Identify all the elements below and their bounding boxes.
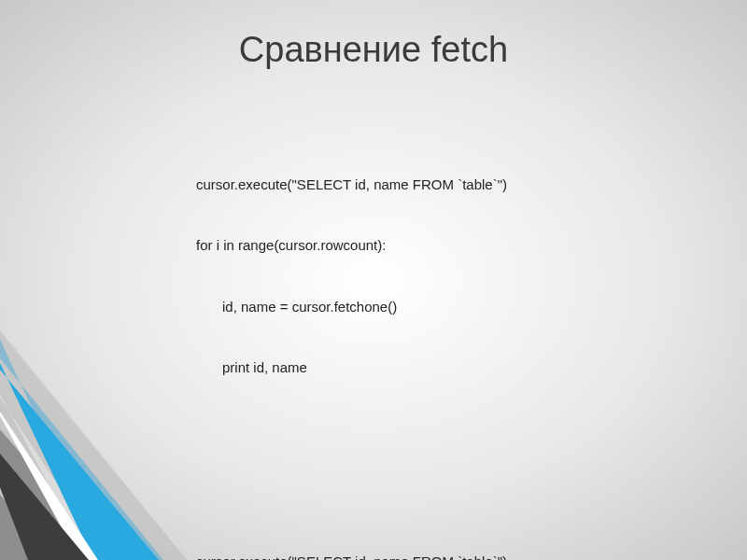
code-line: print id, name (196, 357, 682, 378)
code-area: cursor.execute("SELECT id, name FROM `ta… (196, 93, 682, 560)
svg-marker-11 (0, 243, 187, 560)
code-line: for i in range(cursor.rowcount): (196, 235, 682, 256)
svg-marker-4 (0, 327, 103, 560)
svg-marker-7 (0, 280, 112, 560)
code-line: cursor.execute("SELECT id, name FROM `ta… (196, 552, 682, 560)
slide: Сравнение fetch cursor.execute("SELECT i… (0, 0, 747, 560)
svg-marker-3 (0, 322, 93, 560)
svg-marker-8 (0, 219, 163, 560)
svg-marker-0 (0, 261, 187, 560)
code-line: cursor.execute("SELECT id, name FROM `ta… (196, 175, 682, 195)
code-block-fetchmany: cursor.execute("SELECT id, name FROM `ta… (196, 511, 682, 560)
slide-title: Сравнение fetch (0, 30, 747, 70)
svg-marker-9 (0, 289, 107, 560)
code-block-fetchone: cursor.execute("SELECT id, name FROM `ta… (196, 134, 682, 419)
code-line: id, name = cursor.fetchone() (196, 297, 682, 317)
svg-marker-6 (0, 336, 56, 560)
svg-marker-14 (0, 280, 98, 560)
svg-marker-15 (0, 294, 89, 560)
svg-marker-5 (0, 308, 112, 560)
svg-marker-13 (0, 205, 159, 560)
